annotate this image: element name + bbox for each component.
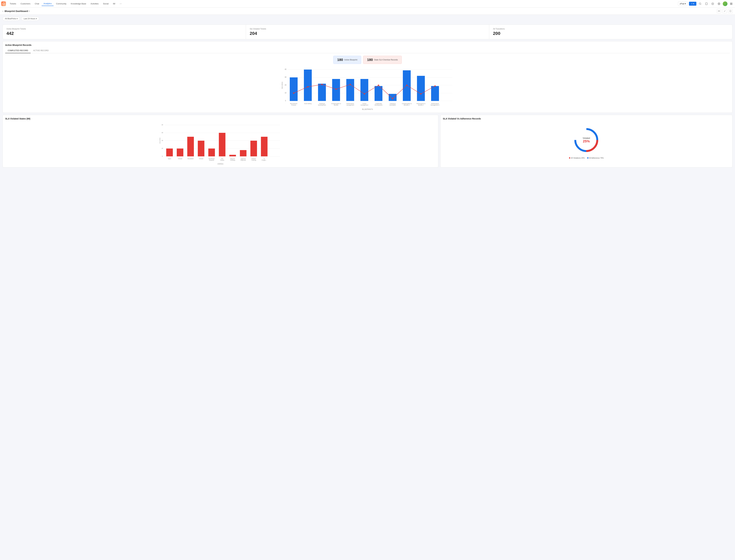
line-dot-3	[321, 84, 322, 85]
svg-text:management: management	[360, 104, 368, 106]
svg-text:10: 10	[284, 92, 286, 94]
nav-customers[interactable]: Customers	[19, 2, 32, 6]
sla-bar-bugfix	[229, 155, 236, 156]
nav-community[interactable]: Community	[54, 2, 68, 6]
donut-legend: 20 Violations 25% 60 Adherence 75%	[569, 157, 604, 159]
svg-text:Escalated: Escalated	[188, 158, 194, 160]
svg-text:30: 30	[284, 76, 286, 78]
bar-training2	[389, 94, 397, 101]
metric-sla-num: 180	[367, 58, 373, 62]
stat-active-value: 442	[6, 31, 242, 36]
svg-text:Pending: Pending	[230, 159, 235, 161]
metric-sla-overdue: 180 State SLA Overdue Records	[363, 56, 402, 64]
sla-bar-closed2	[198, 141, 204, 156]
search-icon[interactable]	[698, 1, 703, 6]
bar-recruitment	[290, 77, 297, 101]
info-button[interactable]: ⓘ	[728, 9, 732, 13]
notifications-icon[interactable]	[704, 1, 709, 6]
nav-analytics[interactable]: Analytics	[42, 1, 54, 6]
bar-perf-mgmt2	[431, 86, 439, 101]
svg-rect-8	[731, 4, 732, 5]
stat-sla-label: Sla Violated Tickets	[250, 28, 485, 30]
gamepad-icon[interactable]	[710, 1, 715, 6]
svg-text:Benefits 2: Benefits 2	[404, 104, 410, 106]
filter-time[interactable]: Last 24 Hours ▾	[21, 17, 39, 21]
active-blueprint-records-section: Active Blueprint Records COMPLETED RECOR…	[3, 41, 732, 113]
svg-rect-2	[705, 3, 707, 5]
blueprint-chart: 40 30 20 10 0 RECORDS Recruitment Proces…	[5, 66, 730, 110]
svg-text:Benifits 2: Benifits 2	[418, 104, 424, 106]
metric-sla-label: State SLA Overdue Records	[374, 59, 398, 61]
svg-text:0: 0	[162, 155, 163, 157]
zpad-button[interactable]: zPad ▾	[678, 2, 688, 6]
svg-text:0: 0	[285, 100, 286, 102]
svg-text:Tickets: Tickets	[220, 159, 224, 161]
blueprint-chart-svg: 40 30 20 10 0 RECORDS Recruitment Proces…	[5, 66, 730, 107]
sla-x-label: STATES	[5, 163, 436, 165]
back-button[interactable]: ‹	[3, 10, 3, 13]
sla-bar-partner	[250, 141, 257, 156]
svg-rect-5	[730, 3, 731, 4]
line-dot-4	[335, 89, 337, 90]
nav-tickets[interactable]: Tickets	[8, 2, 18, 6]
adherence-dot	[587, 157, 589, 159]
title-dropdown-icon[interactable]: ▾	[29, 10, 30, 12]
svg-text:Closed: Closed	[178, 158, 182, 160]
violations-dot	[569, 157, 570, 159]
line-dot-2	[307, 86, 308, 87]
tab-active-record[interactable]: ACTIVE RECORD	[31, 48, 51, 53]
nav-social[interactable]: Social	[101, 2, 110, 6]
sla-bar-escalated	[187, 137, 194, 156]
user-avatar[interactable]	[723, 1, 727, 6]
chart-x-label: BLUEPRINTS	[5, 108, 730, 110]
nav-knowledge-base[interactable]: Knowledge Base	[69, 2, 88, 6]
svg-text:30: 30	[161, 132, 163, 133]
sla-violated-chart: 40 30 20 10 0 VIOLATED Open Closed Escal…	[5, 122, 436, 163]
sla-donut-title: SLA Violated Vs Adherence Records	[443, 117, 730, 120]
stat-transitions: All Transitions 200	[489, 25, 732, 39]
grid-icon[interactable]	[729, 1, 734, 6]
svg-text:RECORDS: RECORDS	[281, 82, 283, 89]
svg-text:10: 10	[161, 148, 163, 149]
metric-active-label: Active Blueprint	[344, 59, 357, 61]
svg-text:Open: Open	[168, 158, 171, 160]
metric-active-num: 180	[337, 58, 343, 62]
settings-icon[interactable]	[716, 1, 721, 6]
stat-sla-value: 204	[250, 31, 485, 36]
nav-chat[interactable]: Chat	[33, 2, 41, 6]
nav-more-icon[interactable]: ⋯	[118, 2, 124, 6]
svg-text:Development: Development	[375, 104, 383, 106]
app-logo[interactable]	[1, 1, 6, 6]
bar-perf-benif2	[417, 76, 425, 101]
svg-text:Benifits: Benifits	[334, 104, 338, 106]
nav-right-actions: zPad ▾ + ▾	[678, 1, 734, 6]
expand-button[interactable]: ⤢	[722, 9, 727, 13]
records-tabs: COMPLETED RECORD ACTIVE RECORD	[5, 48, 730, 53]
metric-cards-row: 180 Active Blueprint 180 State SLA Overd…	[5, 56, 730, 64]
sla-bar-pm	[219, 133, 225, 156]
subheader-dots-button[interactable]: •••	[717, 9, 721, 13]
svg-text:VIOLATED: VIOLATED	[159, 138, 161, 144]
nav-im[interactable]: IM	[111, 2, 117, 6]
line-dot-6	[364, 93, 365, 95]
svg-text:Goal Setting: Goal Setting	[304, 103, 311, 104]
legend-violations: 20 Violations 25%	[569, 157, 585, 159]
sla-bar-inprogress	[261, 137, 267, 156]
filter-blueprints[interactable]: All BluePrints ▾	[3, 17, 20, 21]
active-records-title: Active Blueprint Records	[5, 44, 730, 46]
tab-completed-record[interactable]: COMPLETED RECORD	[5, 48, 31, 53]
stat-active-label: Active Blueprint Tickets	[6, 28, 242, 30]
svg-rect-7	[730, 4, 731, 5]
page-title: Blueprint Dashboard	[5, 10, 28, 12]
add-button[interactable]: + ▾	[689, 2, 696, 6]
sla-violated-section: SLA Violated States (89) 40 30 20 10 0 V…	[3, 115, 438, 168]
legend-adherence: 60 Adherence 75%	[587, 157, 604, 159]
svg-text:Developmt: Developmt	[390, 104, 396, 106]
bar-compensation	[332, 79, 340, 101]
stat-active-blueprints: Active Blueprint Tickets 442	[3, 25, 246, 39]
svg-line-1	[701, 4, 701, 5]
stats-row: Active Blueprint Tickets 442 Sla Violate…	[3, 24, 732, 39]
line-dot-9	[406, 85, 408, 86]
nav-activities[interactable]: Activities	[89, 2, 100, 6]
line-dot-11	[435, 85, 436, 87]
